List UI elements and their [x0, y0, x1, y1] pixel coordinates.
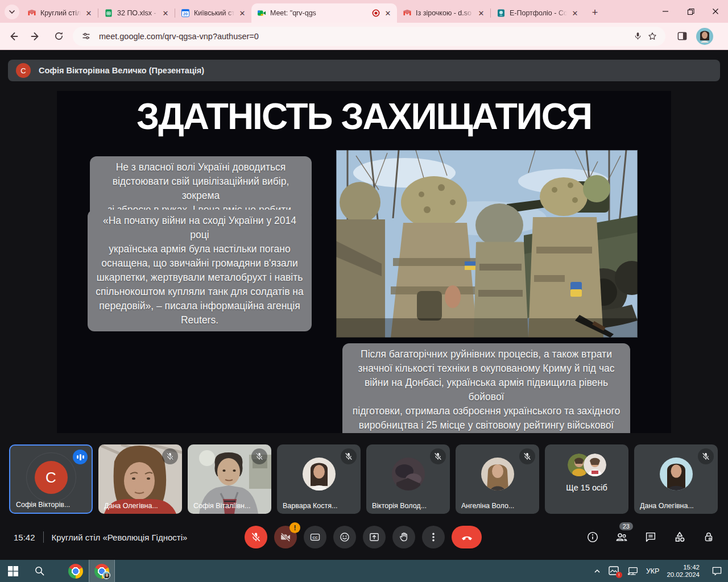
- smiley-icon: [339, 531, 350, 543]
- forward-button[interactable]: [26, 27, 46, 46]
- camera-off-icon: [280, 531, 291, 543]
- more-options-button[interactable]: [422, 526, 445, 548]
- close-button[interactable]: [703, 0, 728, 23]
- restore-button[interactable]: [678, 0, 703, 23]
- presentation-banner[interactable]: С Софія Вікторівна Величко (Презентація): [8, 60, 720, 81]
- participant-strip: С Софія Вікторів... Дана Олегівна...: [9, 444, 718, 514]
- taskbar-time: 15:42: [667, 564, 700, 571]
- reactions-button[interactable]: [333, 526, 356, 548]
- browser-menu-button[interactable]: [721, 27, 728, 46]
- action-center-icon[interactable]: [712, 566, 722, 576]
- participant-tile-video[interactable]: Софія Віталіївн...: [188, 444, 271, 514]
- forward-icon: [30, 31, 42, 42]
- tab-close-icon[interactable]: ✕: [383, 9, 392, 18]
- tab-title: Київський столичн: [194, 9, 234, 17]
- new-tab-button[interactable]: +: [588, 5, 602, 20]
- slide-title: ЗДАТНІСТЬ ЗАХИЩАТИСЯ: [57, 95, 671, 138]
- tab-close-icon[interactable]: ✕: [238, 9, 247, 18]
- participant-tile-video[interactable]: Дана Олегівна...: [98, 444, 182, 514]
- meeting-details-button[interactable]: [586, 530, 599, 544]
- taskbar-chrome-active-button[interactable]: [89, 560, 115, 582]
- system-tray: ! УКР 15:42 20.02.2024: [593, 564, 728, 579]
- tab-gmail-starred[interactable]: Із зірочкою - d.so ✕: [397, 3, 490, 23]
- network-icon[interactable]: [627, 566, 639, 576]
- tray-notification-app[interactable]: !: [609, 566, 620, 576]
- tab-sheets[interactable]: 32 ПО.xlsx - Googl ✕: [98, 3, 175, 23]
- participant-tile[interactable]: Ангеліна Воло...: [456, 444, 539, 514]
- participant-tile-speaking[interactable]: С Софія Вікторів...: [9, 444, 93, 514]
- desktop: Круглий стіл - d.so ✕ 32 ПО.xlsx - Googl…: [0, 0, 728, 582]
- site-settings-icon[interactable]: [78, 29, 93, 44]
- slide-paragraph-3: Після багаторічних руйнівних процесів, а…: [342, 343, 630, 433]
- mic-off-icon: [162, 448, 178, 464]
- tab-calendar[interactable]: 20 Київський столичн ✕: [175, 3, 251, 23]
- chat-button[interactable]: [644, 530, 657, 544]
- tab-search-button[interactable]: [5, 5, 19, 19]
- taskbar-search-button[interactable]: [26, 560, 52, 582]
- tab-meet-active[interactable]: Meet: "qrv-qgs ✕: [251, 3, 397, 23]
- chat-icon: [644, 531, 657, 543]
- profile-photo: [696, 28, 713, 45]
- presented-slide: ЗДАТНІСТЬ ЗАХИЩАТИСЯ Не з власної волі У…: [57, 91, 671, 433]
- present-button[interactable]: [363, 526, 386, 548]
- tab-title: Круглий стіл - d.so: [40, 9, 81, 17]
- tray-expand-icon[interactable]: [593, 567, 601, 575]
- leave-call-button[interactable]: [452, 526, 482, 548]
- tab-close-icon[interactable]: ✕: [161, 9, 170, 18]
- participant-avatar: [303, 458, 336, 490]
- mic-toggle-button[interactable]: [245, 526, 267, 548]
- mic-off-icon: [430, 448, 446, 464]
- browser-toolbar: meet.google.com/qrv-qgsa-vnp?authuser=0: [0, 23, 728, 50]
- taskbar-chrome-button[interactable]: [63, 560, 89, 582]
- host-controls-button[interactable]: [702, 530, 715, 544]
- overflow-tile[interactable]: Ще 15 осіб: [545, 444, 628, 514]
- language-indicator[interactable]: УКР: [646, 567, 660, 575]
- taskbar-clock[interactable]: 15:42 20.02.2024: [667, 564, 700, 579]
- raise-hand-button[interactable]: [392, 526, 415, 548]
- meet-control-bar: 15:42 Круглий стіл «Революція Гідності» …: [0, 514, 728, 560]
- activities-button[interactable]: [673, 530, 686, 544]
- gmail-icon: [27, 9, 36, 18]
- mic-off-icon: [341, 448, 357, 464]
- svg-text:20: 20: [183, 12, 188, 16]
- tab-close-icon[interactable]: ✕: [477, 9, 486, 18]
- tab-close-icon[interactable]: ✕: [84, 9, 93, 18]
- participants-button[interactable]: 23: [615, 530, 628, 544]
- activities-icon: [673, 530, 686, 544]
- gmail-icon: [403, 9, 412, 18]
- minimize-button[interactable]: [653, 0, 678, 23]
- camera-toggle-button[interactable]: !: [274, 526, 297, 548]
- tab-title: Meet: "qrv-qgs: [270, 9, 370, 17]
- participant-avatar: [392, 458, 425, 490]
- taskbar-date: 20.02.2024: [667, 571, 700, 579]
- voice-search-button[interactable]: [630, 29, 645, 44]
- overflow-avatar-2: [584, 454, 606, 476]
- address-bar[interactable]: meet.google.com/qrv-qgsa-vnp?authuser=0: [73, 27, 665, 46]
- participant-tile[interactable]: Дана Олегівна...: [634, 444, 718, 514]
- bookmark-button[interactable]: [645, 29, 660, 44]
- url-text[interactable]: meet.google.com/qrv-qgsa-vnp?authuser=0: [99, 32, 630, 41]
- back-button[interactable]: [3, 27, 23, 46]
- reload-button[interactable]: [49, 27, 68, 46]
- tab-gmail-round-table[interactable]: Круглий стіл - d.so ✕: [22, 3, 98, 23]
- tab-close-icon[interactable]: ✕: [570, 9, 580, 18]
- start-button[interactable]: [0, 560, 26, 582]
- participant-name: Софія Вікторів...: [16, 501, 70, 509]
- lock-icon: [702, 531, 715, 543]
- tab-title: Е-Портфоліо - Co: [510, 9, 567, 17]
- sheets-icon: [104, 9, 113, 18]
- profile-avatar[interactable]: [696, 28, 713, 45]
- participant-tile[interactable]: Варвара Костя...: [277, 444, 361, 514]
- participant-tile[interactable]: Вікторія Волод...: [366, 444, 450, 514]
- tab-title: 32 ПО.xlsx - Googl: [117, 9, 158, 17]
- tab-eportfolio[interactable]: Е-Портфоліо - Co ✕: [491, 3, 584, 23]
- presenter-avatar: С: [16, 63, 31, 78]
- side-panel-button[interactable]: [672, 27, 692, 46]
- participant-avatar: [660, 458, 693, 490]
- people-icon: [615, 530, 628, 544]
- participant-name: Дана Олегівна...: [640, 502, 694, 510]
- search-icon: [34, 566, 45, 576]
- participant-name: Варвара Костя...: [283, 502, 337, 510]
- participant-avatar: [481, 458, 514, 490]
- captions-button[interactable]: CC: [304, 526, 326, 548]
